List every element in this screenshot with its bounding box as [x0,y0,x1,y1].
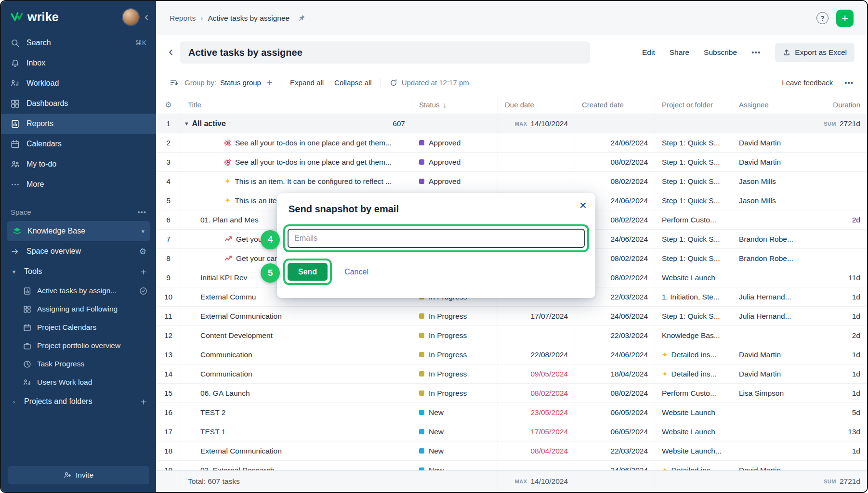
space-more-icon[interactable]: ••• [137,208,146,216]
task-title: See all your to-dos in one place and get… [235,158,392,167]
expand-all-button[interactable]: Expand all [290,78,324,87]
sidebar-item-active-tasks-by-assignee[interactable]: Active tasks by assign... [1,282,156,300]
task-title: This is an item. It can be configured to… [235,177,392,186]
status-color-square [419,410,424,415]
task-title: Content Development [200,331,273,340]
back-icon[interactable]: ‹ [169,45,173,58]
sidebar-item-users-work-load[interactable]: Users Work load [1,373,156,391]
table-row[interactable]: 18 ✦ External Communication New 08/04/20… [156,441,867,461]
sidebar-item-project-calendars[interactable]: Project Calendars [1,318,156,337]
collapse-group-icon[interactable]: ▾ [185,120,188,127]
wrike-logo[interactable]: wrike [11,10,59,24]
leave-feedback-button[interactable]: Leave feedback [782,78,833,87]
sidebar-item-workload[interactable]: Workload [1,73,156,93]
export-excel-button[interactable]: Export as Excel [775,43,855,62]
annotation-highlight-send: Send [283,259,332,285]
column-created-date[interactable]: Created date [575,95,655,114]
due-date: 23/05/2024 [530,408,568,417]
annotation-step-4: 4 [261,230,280,249]
people-icon [11,160,20,169]
sidebar-item-task-progress[interactable]: Task Progress [1,355,156,373]
send-button[interactable]: Send [288,263,328,281]
sparkles-icon: ✦ [662,370,668,378]
group-by-value[interactable]: Status group [220,78,261,87]
task-title: TEST 2 [200,408,225,417]
column-project-or-folder[interactable]: Project or folder [655,95,732,114]
table-header: ⚙ Title Status↓ Due date Created date Pr… [156,95,867,114]
sidebar-item-calendars[interactable]: Calendars [1,134,156,154]
add-button[interactable]: + [836,10,854,27]
chevron-right-icon: › [11,398,17,405]
table-row[interactable]: 2 ✦ See all your to-dos in one place and… [156,133,867,153]
table-row[interactable]: 19 ✦ 03. External Research New 24/06/202… [156,461,867,470]
table-row[interactable]: 11 ✦ External Communication In Progress … [156,307,867,326]
sidebar-item-my-todo[interactable]: My to-do [1,154,156,174]
edit-button[interactable]: Edit [642,48,655,57]
table-row[interactable]: 12 ✦ Content Development In Progress 22/… [156,326,867,345]
due-date: 17/07/2024 [530,312,568,321]
share-button[interactable]: Share [670,48,689,57]
add-group-icon[interactable]: + [267,78,272,87]
add-tool-icon[interactable]: + [141,267,146,277]
subscribe-button[interactable]: Subscribe [704,48,737,57]
duration-value: 2d [852,331,860,340]
space-selector[interactable]: Knowledge Base ▾ [7,221,150,241]
toolbar-more-icon[interactable]: ••• [844,78,854,87]
task-title: Get your cam [236,254,281,263]
calendar-icon [11,140,20,149]
table-row[interactable]: 15 ✦ 06. GA Launch In Progress 08/02/202… [156,384,867,403]
collapse-sidebar-icon[interactable]: ‹ [145,11,148,23]
pin-icon[interactable] [297,14,306,23]
column-duration[interactable]: Duration [810,95,867,114]
created-date: 08/02/2024 [610,158,648,167]
task-title: External Communication [200,312,282,321]
sidebar-item-inbox[interactable]: Inbox [1,53,156,73]
status-color-square [419,371,424,376]
sidebar-item-search[interactable]: Search ⌘K [1,33,156,53]
table-row[interactable]: 14 ✦ Communication In Progress 09/05/202… [156,364,867,384]
sidebar-item-dashboards[interactable]: Dashboards [1,93,156,114]
status-color-square [419,140,424,145]
sidebar-item-reports[interactable]: Reports [1,114,156,134]
task-title: Initial KPI Rev [200,273,247,282]
avatar[interactable] [123,9,139,25]
breadcrumb-reports[interactable]: Reports [170,14,196,23]
sidebar-item-project-portfolio-overview[interactable]: Project portfolio overview [1,337,156,355]
table-row[interactable]: 17 ✦ TEST 1 New 17/05/2024 06/05/2024 ✦W… [156,422,867,441]
sidebar-item-more[interactable]: More [1,174,156,195]
table-row[interactable]: 4 ✦ This is an item. It can be configure… [156,172,867,191]
sparkles-icon: ✦ [662,350,668,359]
table-row[interactable]: 16 ✦ TEST 2 New 23/05/2024 06/05/2024 ✦W… [156,403,867,422]
column-due-date[interactable]: Due date [498,95,575,114]
collapse-all-button[interactable]: Collapse all [334,78,372,87]
table-row[interactable]: 13 ✦ Communication In Progress 22/08/202… [156,345,867,364]
tools-section-header[interactable]: ▾ Tools + [1,261,156,282]
table-footer: Total: 607 tasks MAX14/10/2024 SUM2721d [156,470,867,492]
table-row[interactable]: 3 ✦ See all your to-dos in one place and… [156,153,867,172]
report-title-field[interactable]: Active tasks by assignee [180,41,590,64]
sidebar-item-space-overview[interactable]: Space overview ⚙ [1,241,156,261]
gear-icon[interactable]: ⚙ [139,247,146,256]
assignee-name: Julia Hernand... [739,293,791,301]
add-project-icon[interactable]: + [141,397,146,407]
sidebar-item-assigning-and-following[interactable]: Assigning and Following [1,300,156,318]
column-status[interactable]: Status↓ [412,95,498,114]
project-name: Website Launch [662,408,715,417]
table-settings-gear-icon[interactable]: ⚙ [165,100,171,109]
target-icon [224,159,231,166]
invite-button[interactable]: Invite [8,466,149,484]
help-icon[interactable]: ? [816,12,829,24]
created-date: 24/06/2024 [610,312,648,321]
column-title[interactable]: Title [181,95,412,114]
cancel-button[interactable]: Cancel [344,268,368,276]
close-icon[interactable]: × [579,199,587,211]
updated-timestamp: Updated at 12:17 pm [402,78,469,87]
refresh-icon[interactable] [390,79,397,87]
project-name: Detailed ins... [671,466,717,471]
column-assignee[interactable]: Assignee [732,95,810,114]
emails-input[interactable] [288,229,585,248]
invite-person-icon [64,471,71,479]
projects-folders-header[interactable]: › Projects and folders + [1,391,156,412]
group-row-all-active[interactable]: 1 ▾ All active 607 MAX14/10/2024 SUM2721… [156,114,867,133]
header-more-icon[interactable]: ••• [751,48,761,57]
